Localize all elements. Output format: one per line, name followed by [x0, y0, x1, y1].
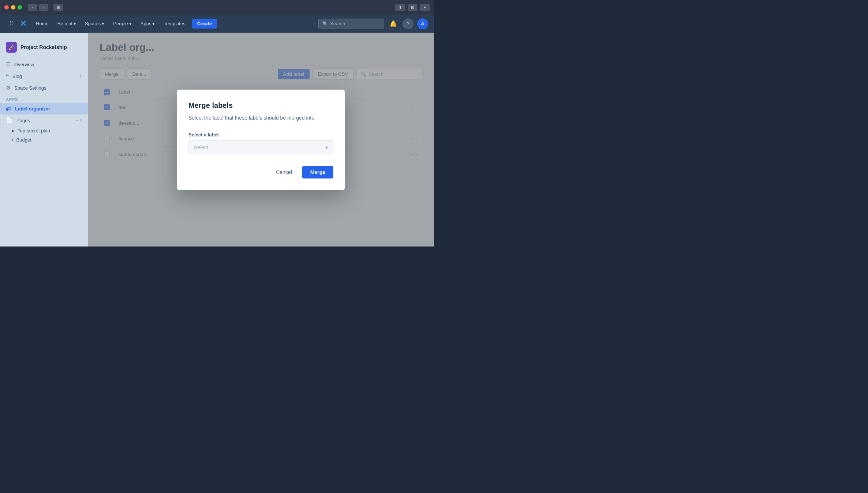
project-name: Project Rocketship [20, 44, 67, 50]
project-icon: 🚀 [6, 42, 17, 53]
label-organizer-icon: 🏷 [6, 106, 11, 112]
modal-footer: Cancel Merge [188, 166, 333, 178]
sidebar-item-blog[interactable]: ❝ Blog + [0, 70, 88, 82]
traffic-lights [4, 5, 22, 10]
modal-description: Select the label that these labels shoul… [188, 114, 333, 122]
select-placeholder: Select... [194, 144, 213, 150]
modal-merge-button[interactable]: Merge [302, 166, 333, 178]
avatar[interactable]: A [417, 18, 428, 29]
share-icon[interactable]: ⬆ [395, 4, 405, 11]
logo-icon: ✕ [20, 19, 26, 29]
pages-icon: 📄 [6, 117, 13, 124]
nav-recent[interactable]: Recent ▾ [54, 19, 80, 29]
nav-apps[interactable]: Apps ▾ [137, 19, 159, 29]
sidebar: 🚀 Project Rocketship ☰ Overview ❝ Blog +… [0, 33, 88, 246]
back-button[interactable]: ‹ [28, 4, 37, 11]
settings-icon: ⚙ [6, 84, 11, 91]
search-placeholder: Search [330, 21, 345, 26]
minimize-window-btn[interactable] [11, 5, 15, 10]
sidebar-project: 🚀 Project Rocketship [0, 39, 88, 56]
pages-more-icon[interactable]: ··· [74, 118, 78, 123]
sidebar-item-space-settings[interactable]: ⚙ Space Settings [0, 82, 88, 94]
nav-home[interactable]: Home [32, 19, 52, 29]
forward-button[interactable]: › [39, 4, 48, 11]
topnav-right: 🔍 Search 🔔 ? A [318, 18, 428, 29]
titlebar-actions: ⬆ ⊡ + [395, 4, 430, 11]
bullet-icon: • [12, 137, 14, 143]
add-blog-icon[interactable]: + [79, 73, 82, 79]
sidebar-item-label-organizer[interactable]: 🏷 Label organizer [0, 103, 88, 114]
sidebar-item-overview[interactable]: ☰ Overview [0, 59, 88, 70]
sidebar-toggle-button[interactable]: ⊟ [53, 4, 63, 11]
sidebar-item-pages: 📄 Pages ··· + [0, 114, 88, 126]
nav-buttons: ‹ › [28, 4, 48, 11]
notifications-icon[interactable]: 🔔 [388, 18, 399, 29]
global-search-box[interactable]: 🔍 Search [318, 19, 384, 29]
topnav: ⠿ ✕ Home Recent ▾ Spaces ▾ People ▾ Apps… [0, 15, 434, 33]
titlebar: ‹ › ⊟ ⬆ ⊡ + [0, 0, 434, 15]
chevron-down-icon: ▾ [325, 144, 328, 150]
nav-spaces[interactable]: Spaces ▾ [81, 19, 108, 29]
label-select-dropdown[interactable]: Select... ▾ [188, 140, 333, 154]
merge-labels-modal: Merge labels Select the label that these… [177, 90, 345, 190]
help-icon[interactable]: ? [403, 18, 414, 29]
modal-title: Merge labels [188, 101, 333, 110]
fullscreen-icon[interactable]: ⊡ [408, 4, 417, 11]
main-layout: 🚀 Project Rocketship ☰ Overview ❝ Blog +… [0, 33, 434, 246]
modal-overlay: Merge labels Select the label that these… [88, 33, 434, 246]
maximize-window-btn[interactable] [18, 5, 22, 10]
close-window-btn[interactable] [4, 5, 9, 10]
search-icon: 🔍 [322, 21, 328, 26]
nav-templates[interactable]: Templates [160, 19, 189, 29]
add-tab-icon[interactable]: + [420, 4, 430, 11]
app-grid-icon[interactable]: ⠿ [6, 18, 17, 29]
nav-people[interactable]: People ▾ [109, 19, 135, 29]
chevron-down-icon: ▾ [129, 21, 132, 26]
cancel-button[interactable]: Cancel [269, 166, 299, 178]
chevron-down-icon: ▾ [102, 21, 104, 26]
expand-icon: ▶ [12, 129, 15, 133]
chevron-down-icon: ▾ [74, 21, 76, 26]
blog-icon: ❝ [6, 73, 9, 79]
sidebar-item-top-secret[interactable]: ▶ Top-secret plan [0, 126, 88, 135]
create-button[interactable]: Create [192, 19, 217, 29]
content-area: Label org... Labels used in thi... Merge… [88, 33, 434, 246]
chevron-down-icon: ▾ [152, 21, 155, 26]
overview-icon: ☰ [6, 61, 11, 68]
modal-field-label: Select a label [188, 132, 333, 138]
apps-section-label: APPS [0, 94, 88, 103]
pages-add-icon[interactable]: + [79, 118, 82, 123]
sidebar-item-budget[interactable]: • Budget [0, 135, 88, 144]
